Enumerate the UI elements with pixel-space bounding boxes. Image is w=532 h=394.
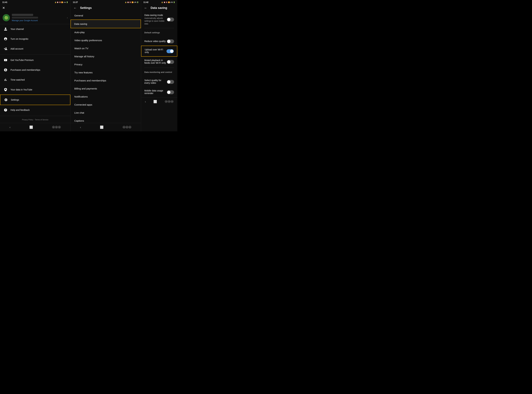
profile-info: Manage your Google Account — [12, 14, 67, 22]
reduce-quality-row: Reduce video quality — [141, 37, 177, 46]
status-bar-left: 11:41 🔒 ⏰ 🔇 📶 LTE 🔋 — [0, 0, 70, 4]
settings-data-saving[interactable]: Data saving — [71, 20, 141, 28]
manage-account-link[interactable]: Manage your Google Account — [12, 19, 67, 22]
status-bar-right: 11:42 🔒 ⏰ 🔇 📶 LTE 🔋 — [141, 0, 177, 4]
back-nav-middle[interactable]: ‹ — [77, 125, 84, 130]
data-reminder-row: Mobile data usage reminder — [141, 87, 177, 97]
left-panel: 11:41 🔒 ⏰ 🔇 📶 LTE 🔋 ✕ 🟢 Manage your Goog… — [0, 0, 71, 131]
muted-playback-row: Muted playback in feeds over Wi-Fi only — [141, 57, 177, 67]
profile-chevron: › — [67, 16, 68, 19]
settings-try-features[interactable]: Try new features — [71, 68, 141, 77]
monitoring-section: Data monitoring and control — [141, 68, 177, 77]
monitoring-title: Data monitoring and control — [144, 71, 174, 73]
select-quality-label: Select quality for every video — [144, 79, 167, 84]
settings-manage-history[interactable]: Manage all history — [71, 52, 141, 60]
bar-chart-icon — [3, 77, 9, 83]
add-account-label: Add account — [10, 47, 23, 50]
settings-watch-tv[interactable]: Watch on TV — [71, 44, 141, 52]
profile-section[interactable]: 🟢 Manage your Google Account › — [0, 11, 70, 24]
select-quality-row: Select quality for every video — [141, 77, 177, 87]
close-button[interactable]: ✕ — [2, 6, 5, 10]
help-icon — [3, 107, 9, 113]
back-button-middle[interactable]: ← — [73, 6, 77, 10]
menu-item-purchases[interactable]: Purchases and memberships — [0, 65, 70, 75]
home-nav-left[interactable]: ⬜ — [26, 125, 36, 130]
settings-live-chat[interactable]: Live chat — [71, 109, 141, 117]
settings-connected-apps[interactable]: Connected apps — [71, 101, 141, 109]
gear-icon — [3, 97, 9, 103]
settings-list: General Data saving Auto-play Video qual… — [71, 11, 141, 123]
upload-wifi-label: Upload over Wi-Fi only — [145, 48, 167, 53]
time-left: 11:41 — [2, 1, 7, 3]
default-settings-section: Default settings — [141, 29, 177, 37]
back-button-right[interactable]: ← — [143, 6, 148, 10]
settings-billing[interactable]: Billing and payments — [71, 84, 141, 93]
data-reminder-label: Mobile data usage reminder — [144, 89, 167, 94]
menu-item-help[interactable]: Help and feedback — [0, 105, 70, 115]
time-middle: 11:27 — [73, 1, 78, 3]
menu-item-premium[interactable]: Get YouTube Premium — [0, 55, 70, 65]
incognito-label: Turn on Incognito — [10, 38, 28, 40]
data-saving-mode-title: Data-saving mode — [144, 14, 167, 16]
data-reminder-toggle[interactable] — [167, 90, 174, 94]
back-nav-right[interactable]: ‹ — [142, 99, 149, 104]
menu-item-your-channel[interactable]: Your channel — [0, 24, 70, 34]
menu-item-add-account[interactable]: Add account — [0, 44, 70, 54]
menu-item-incognito[interactable]: Turn on Incognito — [0, 34, 70, 44]
time-right: 11:42 — [143, 1, 148, 3]
reduce-quality-label: Reduce video quality — [144, 40, 166, 42]
profile-name-blurred — [12, 14, 33, 16]
home-nav-middle[interactable]: ⬜ — [97, 125, 107, 130]
status-icons-left: 🔒 ⏰ 🔇 📶 LTE 🔋 — [55, 1, 68, 3]
settings-video-quality[interactable]: Video quality preferences — [71, 36, 141, 44]
incognito-icon — [3, 36, 9, 42]
upload-wifi-row: Upload over Wi-Fi only — [141, 46, 177, 57]
settings-title: Settings — [80, 6, 92, 10]
settings-general[interactable]: General — [71, 11, 141, 20]
menu-item-how-works[interactable]: How YouTube works — [0, 115, 70, 116]
status-icons-middle: 🔒 ⏰ 🔇 📶 LTE 🔋 — [125, 1, 139, 3]
left-header: ✕ — [0, 4, 70, 11]
menu-item-your-data[interactable]: Your data in YouTube — [0, 85, 70, 94]
purchases-label: Purchases and memberships — [10, 69, 40, 71]
upload-wifi-toggle[interactable] — [167, 49, 174, 53]
status-icons-right: 🔒 ⏰ 🔇 📶 LTE 🔋 — [161, 1, 175, 3]
nav-bar-right: ‹ ⬜ ⦿⦿⦿ — [141, 97, 177, 106]
settings-header: ← Settings — [71, 4, 141, 11]
menu-list: Your channel Turn on Incognito Add accou… — [0, 24, 70, 116]
nav-bar-left: ‹ ⬜ ⦿⦿⦿ — [0, 123, 70, 131]
reduce-quality-toggle[interactable] — [167, 39, 174, 43]
profile-email-blurred — [12, 17, 38, 19]
youtube-icon — [3, 57, 9, 63]
muted-playback-toggle[interactable] — [167, 60, 174, 64]
settings-auto-play[interactable]: Auto-play — [71, 28, 141, 36]
select-quality-toggle[interactable] — [167, 80, 174, 84]
premium-label: Get YouTube Premium — [10, 59, 34, 61]
home-nav-right[interactable]: ⬜ — [150, 99, 160, 104]
settings-label: Settings — [11, 98, 19, 101]
menu-item-time-watched[interactable]: Time watched — [0, 75, 70, 85]
privacy-policy[interactable]: Privacy Policy — [22, 119, 33, 121]
settings-privacy[interactable]: Privacy — [71, 60, 141, 68]
your-channel-label: Your channel — [10, 28, 24, 30]
footer-links: Privacy Policy · Terms of Service — [0, 116, 70, 123]
person-icon — [3, 26, 9, 32]
settings-captions[interactable]: Captions — [71, 117, 141, 123]
menu-nav-left[interactable]: ⦿⦿⦿ — [49, 125, 64, 130]
status-bar-middle: 11:27 🔒 ⏰ 🔇 📶 LTE 🔋 — [71, 0, 141, 4]
settings-purchases[interactable]: Purchases and memberships — [71, 77, 141, 84]
back-nav-left[interactable]: ‹ — [6, 125, 14, 130]
data-saving-title: Data saving — [151, 6, 167, 10]
avatar: 🟢 — [3, 14, 10, 21]
menu-nav-middle[interactable]: ⦿⦿⦿ — [119, 125, 135, 130]
data-saving-mode-sub: Automatically adjusts settings to save m… — [144, 17, 167, 25]
data-saving-mode-info: Data-saving mode Automatically adjusts s… — [144, 14, 167, 25]
help-label: Help and feedback — [10, 109, 30, 111]
data-saving-mode-toggle[interactable] — [167, 18, 174, 21]
your-data-label: Your data in YouTube — [10, 88, 32, 91]
terms-of-service[interactable]: Terms of Service — [35, 119, 48, 121]
menu-item-settings[interactable]: Settings — [0, 94, 70, 105]
settings-notifications[interactable]: Notifications — [71, 93, 141, 101]
menu-nav-right[interactable]: ⦿⦿⦿ — [161, 99, 177, 104]
dollar-icon — [3, 67, 9, 73]
